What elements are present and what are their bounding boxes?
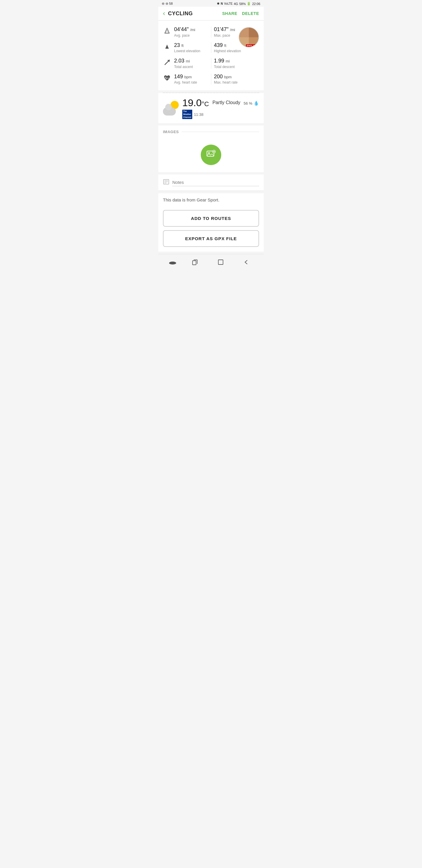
share-button[interactable]: SHARE: [222, 11, 237, 16]
delete-button[interactable]: DELETE: [242, 11, 259, 16]
svg-marker-3: [165, 44, 169, 49]
weather-channel-logo: TheWeatherChannel: [182, 110, 192, 119]
clock: 22:06: [252, 2, 260, 6]
highest-elevation-value: 439 ft: [214, 42, 241, 49]
notes-icon: [163, 179, 169, 186]
stat-max-heartrate: 200 bpm Max. heart rate: [208, 73, 259, 85]
max-heartrate-label: Max. heart rate: [214, 80, 238, 85]
notes-section: [158, 175, 264, 191]
status-bar: ⊖ ⊖ 58 ✱ N VoLTE 4G 58% 🔋 22:06: [158, 0, 264, 7]
svg-rect-15: [193, 261, 196, 265]
highest-elevation-label: Highest elevation: [214, 49, 241, 53]
avg-pace-label: Avg. pace: [174, 33, 195, 37]
weather-temperature: 19.0°C: [182, 97, 209, 108]
signal-icon: 4G: [234, 2, 238, 6]
weather-description: Partly Cloudy: [213, 100, 240, 105]
max-pace-data: 01'47" /mi Max. pace: [214, 26, 235, 37]
weather-icon: [163, 101, 179, 116]
heart-icon: [163, 74, 171, 84]
back-nav-button[interactable]: [239, 258, 253, 268]
add-image-circle[interactable]: [201, 145, 221, 165]
battery-icon: 🔋: [247, 2, 251, 6]
stat-avg-heartrate: 149 bpm Avg. heart rate: [163, 73, 208, 85]
stats-row-ascent: 2.03 mi Total ascent 1.99 mi Total desce…: [163, 55, 259, 71]
svg-rect-18: [218, 260, 223, 265]
highest-elevation-data: 439 ft Highest elevation: [214, 42, 241, 53]
lowest-elevation-value: 23 ft: [174, 42, 200, 49]
humidity-icon: 💧: [254, 101, 259, 106]
max-heartrate-data: 200 bpm Max. heart rate: [214, 73, 238, 85]
avg-pace-value: 04'44" /mi: [174, 26, 195, 33]
max-pace-label: Max. pace: [214, 33, 235, 37]
add-image-area[interactable]: [163, 139, 259, 168]
total-ascent-value: 2.03 mi: [174, 58, 193, 64]
status-right: ✱ N VoLTE 4G 58% 🔋 22:06: [217, 2, 260, 6]
weather-source: TheWeatherChannel 11:38: [182, 110, 259, 119]
add-image-icon: [206, 149, 216, 160]
total-ascent-data: 2.03 mi Total ascent: [174, 58, 193, 69]
overview-button[interactable]: [214, 258, 227, 268]
humidity-value: 56 %: [244, 101, 252, 105]
gear-sport-text: This data is from Gear Sport.: [163, 197, 220, 202]
page-title: CYCLING: [168, 10, 222, 17]
nav-actions: SHARE DELETE: [222, 11, 259, 16]
images-section-title: IMAGES: [163, 130, 179, 134]
weather-section: 19.0°C Partly Cloudy 56 % 💧 TheWeatherCh…: [158, 93, 264, 123]
stat-lowest-elevation: 23 ft Lowest elevation: [163, 42, 208, 53]
avg-heartrate-data: 149 bpm Avg. heart rate: [174, 73, 197, 85]
recent-apps-button[interactable]: [188, 258, 202, 268]
images-section: IMAGES: [158, 125, 264, 172]
ascent-icon: [163, 58, 171, 68]
stat-total-ascent: 2.03 mi Total ascent: [163, 58, 208, 69]
lowest-elevation-label: Lowest elevation: [174, 49, 200, 53]
export-gpx-button[interactable]: EXPORT AS GPX FILE: [163, 230, 259, 247]
stat-total-descent: 1.99 mi Total descent: [208, 58, 259, 69]
bottom-nav: [158, 254, 264, 272]
max-pace-value: 01'47" /mi: [214, 26, 235, 33]
notification-count: ⊖ 58: [166, 2, 173, 6]
do-not-disturb-icon: ⊖: [162, 2, 164, 6]
total-ascent-label: Total ascent: [174, 65, 193, 69]
stat-highest-elevation: 439 ft Highest elevation: [208, 42, 259, 53]
total-descent-value: 1.99 mi: [214, 58, 235, 64]
total-descent-label: Total descent: [214, 65, 235, 69]
stat-avg-pace: 04'44" /mi Avg. pace: [163, 26, 208, 37]
road-icon: [163, 27, 171, 36]
stats-row-pace: 04'44" /mi Avg. pace 01'47" /mi Max. pac…: [163, 24, 259, 40]
battery-pct: 58%: [239, 2, 246, 6]
cloud-icon: [163, 107, 176, 116]
bluetooth-icon: ✱: [217, 2, 220, 6]
avg-pace-data: 04'44" /mi Avg. pace: [174, 26, 195, 37]
max-heartrate-value: 200 bpm: [214, 73, 238, 80]
back-button[interactable]: ‹: [163, 10, 165, 17]
top-nav: ‹ CYCLING SHARE DELETE: [158, 7, 264, 21]
nfc-icon: N: [221, 2, 223, 5]
notes-input[interactable]: [172, 179, 259, 186]
lowest-elevation-data: 23 ft Lowest elevation: [174, 42, 200, 53]
status-left: ⊖ ⊖ 58: [162, 2, 173, 6]
avg-heartrate-label: Avg. heart rate: [174, 80, 197, 85]
avg-heartrate-value: 149 bpm: [174, 73, 197, 80]
stats-row-elevation: 23 ft Lowest elevation 439 ft Highest el…: [163, 40, 259, 56]
gear-info: This data is from Gear Sport.: [158, 193, 264, 205]
home-nav-button[interactable]: [169, 261, 176, 265]
action-buttons: ADD TO ROUTES EXPORT AS GPX FILE: [158, 205, 264, 252]
stat-max-pace: 01'47" /mi Max. pace: [208, 26, 259, 37]
images-section-header: IMAGES: [163, 130, 259, 134]
elevation-icon: [163, 43, 171, 52]
add-to-routes-button[interactable]: ADD TO ROUTES: [163, 210, 259, 227]
stats-row-heartrate: 149 bpm Avg. heart rate 200 bpm Max. hea…: [163, 71, 259, 87]
stats-section: 04'44" /mi Avg. pace 01'47" /mi Max. pac…: [158, 21, 264, 90]
total-descent-data: 1.99 mi Total descent: [214, 58, 235, 69]
network-icon: VoLTE: [224, 2, 232, 5]
images-section-divider: [182, 132, 259, 132]
weather-time: 11:38: [194, 112, 204, 117]
